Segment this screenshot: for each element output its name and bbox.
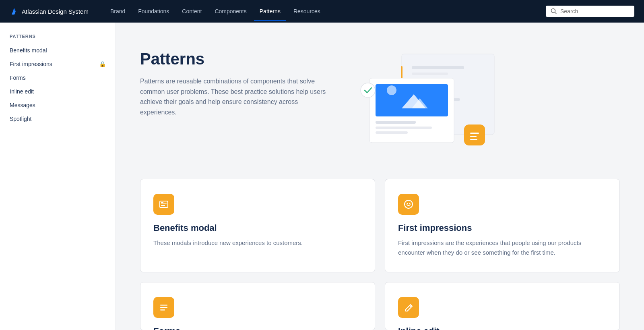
card-first-impressions[interactable]: First impressions First impressions are … bbox=[385, 179, 620, 272]
sidebar-item-messages[interactable]: Messages bbox=[0, 98, 116, 112]
svg-rect-18 bbox=[376, 131, 408, 134]
card-title-benefits-modal: Benefits modal bbox=[153, 223, 362, 233]
hero-text: Patterns Patterns are reusable combinati… bbox=[140, 42, 333, 117]
svg-rect-23 bbox=[470, 139, 477, 140]
card-title-forms: Forms bbox=[153, 326, 362, 330]
page-wrapper: PATTERNS Benefits modal First impression… bbox=[0, 23, 644, 330]
svg-rect-17 bbox=[376, 127, 432, 129]
svg-rect-25 bbox=[161, 203, 167, 204]
svg-point-15 bbox=[387, 85, 396, 95]
card-icon-inline-edit bbox=[398, 297, 419, 318]
main-content: Patterns Patterns are reusable combinati… bbox=[116, 23, 644, 330]
svg-rect-31 bbox=[160, 305, 167, 306]
svg-line-1 bbox=[555, 12, 557, 14]
logo[interactable]: Atlassian Design System bbox=[10, 7, 89, 16]
sidebar-item-inline-edit[interactable]: Inline edit bbox=[0, 85, 116, 98]
sidebar: PATTERNS Benefits modal First impression… bbox=[0, 23, 116, 330]
cards-grid: Benefits modal These modals introduce ne… bbox=[140, 179, 620, 330]
sidebar-item-label: Forms bbox=[10, 75, 26, 81]
svg-rect-22 bbox=[470, 136, 477, 137]
sidebar-section-label: PATTERNS bbox=[0, 34, 116, 44]
card-icon-benefits-modal bbox=[153, 194, 174, 215]
logo-text: Atlassian Design System bbox=[22, 8, 89, 15]
sidebar-item-label: Benefits modal bbox=[10, 47, 47, 54]
nav-brand[interactable]: Brand bbox=[105, 5, 131, 18]
hero-illustration bbox=[349, 42, 502, 155]
nav-content[interactable]: Content bbox=[176, 5, 207, 18]
nav-patterns[interactable]: Patterns bbox=[254, 5, 286, 18]
sidebar-item-benefits-modal[interactable]: Benefits modal bbox=[0, 44, 116, 57]
nav-components[interactable]: Components bbox=[209, 5, 252, 18]
search-input[interactable] bbox=[560, 8, 630, 15]
sidebar-item-label: Inline edit bbox=[10, 88, 34, 95]
sidebar-item-first-impressions[interactable]: First impressions 🔒 bbox=[0, 57, 116, 71]
svg-rect-4 bbox=[412, 73, 448, 75]
svg-rect-27 bbox=[161, 202, 163, 203]
card-forms[interactable]: Forms bbox=[140, 282, 375, 330]
svg-rect-21 bbox=[470, 133, 479, 134]
page-title: Patterns bbox=[140, 50, 333, 68]
sidebar-item-label: Messages bbox=[10, 102, 35, 108]
hero-section: Patterns Patterns are reusable combinati… bbox=[140, 42, 620, 155]
card-description-benefits-modal: These modals introduce new experiences t… bbox=[153, 238, 362, 248]
svg-point-28 bbox=[405, 200, 413, 208]
svg-rect-3 bbox=[412, 66, 464, 69]
card-title-inline-edit: Inline edit bbox=[398, 326, 607, 330]
card-benefits-modal[interactable]: Benefits modal These modals introduce ne… bbox=[140, 179, 375, 272]
search-box[interactable] bbox=[546, 6, 634, 17]
svg-rect-32 bbox=[160, 307, 167, 308]
patterns-illustration bbox=[349, 42, 502, 155]
search-icon bbox=[551, 8, 557, 15]
card-icon-first-impressions bbox=[398, 194, 419, 215]
nav-resources[interactable]: Resources bbox=[288, 5, 326, 18]
svg-rect-20 bbox=[464, 125, 485, 145]
card-icon-forms bbox=[153, 297, 174, 318]
card-inline-edit[interactable]: Inline edit bbox=[385, 282, 620, 330]
svg-point-30 bbox=[409, 203, 411, 204]
svg-point-19 bbox=[361, 83, 375, 98]
svg-rect-33 bbox=[160, 309, 165, 311]
sidebar-item-label: First impressions bbox=[10, 61, 52, 67]
hero-description: Patterns are reusable combinations of co… bbox=[140, 76, 333, 117]
card-title-first-impressions: First impressions bbox=[398, 223, 607, 233]
nav-foundations[interactable]: Foundations bbox=[132, 5, 175, 18]
sidebar-item-spotlight[interactable]: Spotlight bbox=[0, 112, 116, 126]
lock-icon: 🔒 bbox=[99, 61, 106, 67]
sidebar-item-forms[interactable]: Forms bbox=[0, 71, 116, 85]
svg-rect-26 bbox=[161, 205, 165, 206]
navbar: Atlassian Design System Brand Foundation… bbox=[0, 0, 644, 23]
svg-rect-16 bbox=[376, 121, 416, 124]
card-description-first-impressions: First impressions are the experiences th… bbox=[398, 238, 607, 257]
sidebar-item-label: Spotlight bbox=[10, 116, 31, 122]
atlassian-logo-icon bbox=[10, 7, 19, 16]
svg-point-29 bbox=[407, 203, 408, 204]
main-nav: Brand Foundations Content Components Pat… bbox=[105, 5, 546, 18]
